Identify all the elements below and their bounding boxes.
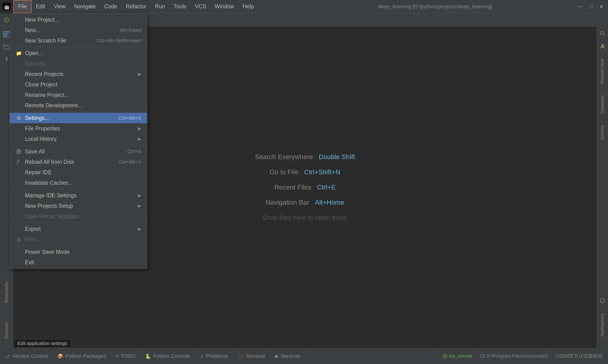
right-search-icon[interactable] <box>598 28 607 38</box>
menu-recent-projects[interactable]: Recent Projects ▶ <box>10 69 147 79</box>
menu-rename-project[interactable]: Rename Project... <box>10 90 147 100</box>
file-menu-section-1: New Project... New... Alt+Insert New Scr… <box>10 13 147 47</box>
menu-window[interactable]: Window <box>210 0 238 13</box>
menu-repair-ide[interactable]: Repair IDE <box>10 167 147 178</box>
svg-text:🤖: 🤖 <box>4 4 10 10</box>
menu-local-history[interactable]: Local History ▶ <box>10 134 147 144</box>
version-control-label: Version Control <box>12 353 48 359</box>
power-save-label: Power Save Mode <box>25 249 141 255</box>
new-shortcut: Alt+Insert <box>120 27 141 33</box>
svg-rect-9 <box>5 33 9 33</box>
open-label: Open... <box>25 50 141 56</box>
file-menu-section-5: Manage IDE Settings ▶ New Projects Setup… <box>10 189 147 223</box>
python-packages-label: Python Packages <box>65 353 106 359</box>
menu-file-properties[interactable]: File Properties ▶ <box>10 123 147 134</box>
titlebar: 🤖 File Edit View Navigate Code Refactor … <box>0 0 608 13</box>
menu-export[interactable]: Export ▶ <box>10 224 147 234</box>
print-icon: 🖨 <box>15 237 22 242</box>
statusbar-right: lab_remote D:\Program Files\miniconda3 C… <box>439 348 608 364</box>
recent-projects-arrow: ▶ <box>138 71 141 77</box>
save-as-label: Save As... <box>25 61 141 67</box>
right-sidebar: Remote Host Database SciView Notificatio… <box>597 26 608 348</box>
menu-power-save[interactable]: Power Save Mode <box>10 247 147 257</box>
lab-remote-indicator[interactable]: lab_remote <box>439 348 476 364</box>
sidebar-structure-label[interactable]: Structure <box>4 318 9 343</box>
tab-python-packages[interactable]: 📦 Python Packages <box>53 348 111 364</box>
settings-shortcut: Ctrl+Alt+S <box>118 115 141 121</box>
settings-icon: ⚙ <box>15 115 22 121</box>
menu-exit[interactable]: Exit <box>10 257 147 268</box>
remote-dev-label: Remote Development... <box>25 102 141 109</box>
maximize-button[interactable]: □ <box>586 2 596 11</box>
repair-ide-label: Repair IDE <box>25 169 141 176</box>
menu-invalidate-caches[interactable]: Invalidate Caches... <box>10 178 147 188</box>
save-template-label: Save File as Template... <box>25 213 141 220</box>
menu-remote-dev[interactable]: Remote Development... <box>10 100 147 111</box>
manage-ide-arrow: ▶ <box>138 193 141 198</box>
menu-edit[interactable]: Edit <box>32 0 50 13</box>
export-label: Export <box>25 226 136 232</box>
exit-label: Exit <box>25 259 141 266</box>
menu-file[interactable]: File <box>13 0 32 13</box>
recent-files-shortcut: Ctrl+E <box>317 183 336 191</box>
menu-open[interactable]: 📁 Open... <box>10 48 147 58</box>
menu-code[interactable]: Code <box>100 0 122 13</box>
menu-view[interactable]: View <box>50 0 70 13</box>
new-scratch-shortcut: Ctrl+Alt+Shift+Insert <box>97 38 142 43</box>
goto-file-shortcut: Ctrl+Shift+N <box>304 168 340 176</box>
tab-version-control[interactable]: ⎇ Version Control <box>0 348 53 364</box>
print-label: Print... <box>25 236 141 243</box>
right-user-icon[interactable] <box>598 42 607 51</box>
manage-ide-label: Manage IDE Settings <box>25 192 136 199</box>
right-remote-host[interactable]: Remote Host <box>600 55 605 88</box>
terminal-icon: ⬛ <box>238 353 244 359</box>
menu-new-projects-setup[interactable]: New Projects Setup ▶ <box>10 201 147 211</box>
search-everywhere-label: Search Everywhere <box>255 153 313 161</box>
menu-reload-all[interactable]: Reload All from Disk Ctrl+Alt+Y <box>10 157 147 167</box>
menu-close-project[interactable]: Close Project <box>10 79 147 90</box>
menu-manage-ide[interactable]: Manage IDE Settings ▶ <box>10 190 147 201</box>
welcome-navbar: Navigation Bar Alt+Home <box>266 199 344 206</box>
sidebar-bookmarks-label[interactable]: Bookmarks <box>4 278 9 307</box>
tab-terminal[interactable]: ⬛ Terminal <box>233 348 270 364</box>
minimize-button[interactable]: ─ <box>576 2 585 11</box>
menu-navigate[interactable]: Navigate <box>70 0 100 13</box>
right-notifications[interactable]: Notifications <box>600 309 605 340</box>
lab-remote-icon <box>442 354 447 359</box>
close-button[interactable]: ✕ <box>597 2 606 11</box>
menu-settings[interactable]: ⚙ Settings... Ctrl+Alt+S <box>10 113 147 123</box>
menu-vcs[interactable]: VCS <box>191 0 210 13</box>
conda-path-indicator[interactable]: D:\Program Files\miniconda3 <box>476 348 552 364</box>
conda-path-label: D:\Program Files\miniconda3 <box>486 353 548 359</box>
right-database[interactable]: Database <box>600 91 605 117</box>
tab-problems[interactable]: ⚠ Problems <box>195 348 233 364</box>
version-control-icon: ⎇ <box>5 353 10 359</box>
settings-label: Settings... <box>25 115 111 121</box>
todo-icon: ≡ <box>116 353 119 359</box>
export-arrow: ▶ <box>138 226 141 232</box>
csdn-indicator[interactable]: CSDN官方认证授权码 <box>552 348 606 364</box>
file-properties-label: File Properties <box>25 125 136 132</box>
right-notifications-icon[interactable] <box>598 296 607 306</box>
menu-new-project[interactable]: New Project... <box>10 14 147 25</box>
new-projects-setup-arrow: ▶ <box>138 203 141 208</box>
tab-todo[interactable]: ≡ TODO <box>111 348 141 364</box>
statusbar-tabs: ⎇ Version Control 📦 Python Packages ≡ TO… <box>0 348 439 364</box>
tab-python-console[interactable]: 🐍 Python Console <box>140 348 195 364</box>
save-all-shortcut: Ctrl+S <box>127 149 141 154</box>
menu-tools[interactable]: Tools <box>169 0 191 13</box>
menu-run[interactable]: Run <box>151 0 169 13</box>
menu-refactor[interactable]: Refactor <box>122 0 151 13</box>
close-project-label: Close Project <box>25 81 141 88</box>
local-history-arrow: ▶ <box>138 136 141 142</box>
statusbar: ⎇ Version Control 📦 Python Packages ≡ TO… <box>0 348 608 364</box>
right-sciview[interactable]: SciView <box>600 121 605 144</box>
file-menu-section-3: ⚙ Settings... Ctrl+Alt+S File Properties… <box>10 112 147 145</box>
tab-services[interactable]: ▶ Services <box>270 348 305 364</box>
menu-help[interactable]: Help <box>238 0 258 13</box>
svg-rect-11 <box>5 35 7 36</box>
menu-save-all[interactable]: Save All Ctrl+S <box>10 146 147 157</box>
menu-new[interactable]: New... Alt+Insert <box>10 25 147 35</box>
menu-new-scratch[interactable]: New Scratch File Ctrl+Alt+Shift+Insert <box>10 35 147 46</box>
save-all-label: Save All <box>25 148 120 155</box>
